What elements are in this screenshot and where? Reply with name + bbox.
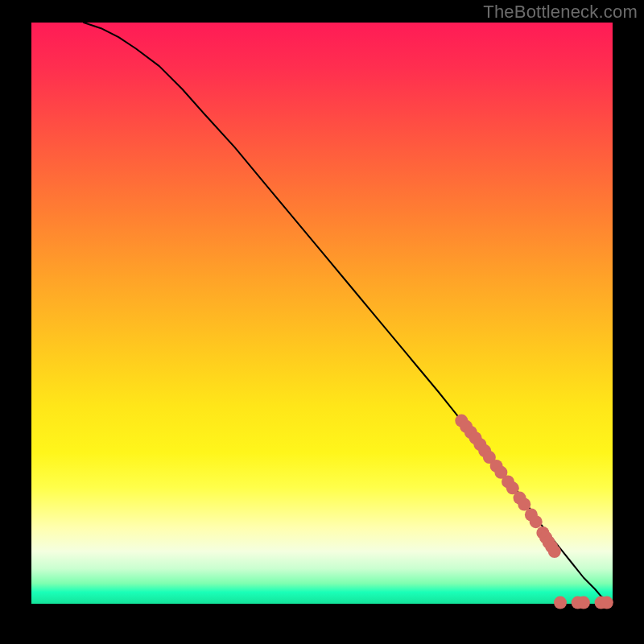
chart-frame: TheBottleneck.com	[0, 0, 644, 644]
data-point	[601, 597, 613, 609]
data-point	[577, 597, 590, 609]
data-point	[530, 515, 543, 528]
plot-area	[31, 23, 613, 604]
watermark-text: TheBottleneck.com	[483, 2, 638, 23]
scatter-points	[455, 415, 613, 609]
data-point	[554, 597, 567, 609]
plot-svg	[31, 23, 613, 604]
data-point	[548, 545, 561, 558]
